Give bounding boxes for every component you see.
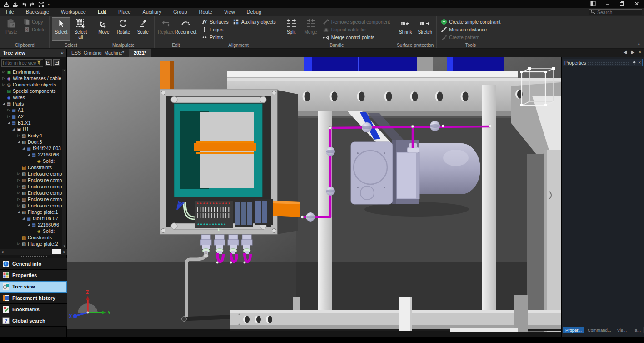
tree-expander-icon[interactable]: ▷ — [16, 242, 21, 246]
panel-button-general-info[interactable]: iGeneral info — [0, 258, 67, 270]
merge-button[interactable]: Merge — [302, 17, 320, 41]
tree-item-wires[interactable]: ◆Wires — [0, 94, 63, 101]
create-simple-constraint-button[interactable]: Create simple constraint — [439, 18, 502, 25]
tree-expander-icon[interactable]: ◢ — [26, 153, 31, 156]
reconnect-button[interactable]: Reconnect — [176, 17, 195, 41]
prev-tab-icon[interactable]: ◀ — [624, 50, 627, 55]
tree-expander-icon[interactable]: ◢ — [21, 146, 26, 150]
tree-expander-icon[interactable]: ▷ — [16, 191, 21, 195]
tree-item-enclosure-comp[interactable]: ▷▧Enclosure comp — [0, 183, 63, 190]
select-all-button[interactable]: Select all — [71, 17, 90, 41]
save-icon[interactable] — [4, 1, 10, 7]
tree-item-a1[interactable]: ▷▦A1 — [0, 107, 63, 113]
tree-expander-icon[interactable]: ◢ — [16, 210, 21, 214]
menu-tab-file[interactable]: File — [0, 8, 20, 16]
tree-horizontal-scrollbar[interactable]: ◀▶ — [0, 249, 67, 255]
edges-button[interactable]: Edges — [200, 26, 230, 33]
tree-expander-icon[interactable]: ◢ — [26, 223, 31, 227]
tree-expander-icon[interactable]: ▷ — [16, 185, 21, 188]
tree-expander-icon[interactable]: ▷ — [16, 197, 21, 201]
tree-item-enclosure-comp[interactable]: ▷▧Enclosure comp — [0, 171, 63, 177]
tree-item-constraints[interactable]: ▤Constraints — [0, 164, 63, 171]
menu-tab-backstage[interactable]: Backstage — [20, 8, 55, 16]
tree-filter-field[interactable] — [1, 59, 43, 67]
create-pattern-button[interactable]: Create pattern — [439, 34, 502, 41]
move-button[interactable]: Move — [95, 17, 113, 41]
redo-icon[interactable] — [30, 1, 35, 7]
panel-button-properties[interactable]: Properties — [0, 270, 67, 281]
minimize-button[interactable] — [600, 0, 615, 8]
search-input[interactable] — [597, 10, 638, 15]
dock-tab-proper[interactable]: Proper... — [563, 327, 584, 333]
tree-item-u1[interactable]: ◢▣U1 — [0, 126, 63, 132]
tree-expander-icon[interactable]: ▷ — [16, 204, 21, 207]
tree-expander-icon[interactable]: ▷ — [16, 134, 21, 137]
menu-tab-place[interactable]: Place — [112, 8, 137, 16]
tree-item-f3b1f10a-07[interactable]: ◢▦f3b1f10a-07 — [0, 215, 63, 222]
tree-expander-icon[interactable]: ▷ — [1, 70, 6, 74]
repeat-cable-tie-button[interactable]: Repeat cable tie — [321, 26, 392, 33]
tree-expander-icon[interactable]: ◢ — [11, 127, 16, 131]
paste-button[interactable]: Paste — [2, 17, 20, 41]
close-panel-icon[interactable]: × — [638, 60, 641, 65]
collapse-all-button[interactable]: − — [53, 59, 60, 66]
tree-expander-icon[interactable]: ▷ — [1, 76, 6, 80]
menu-tab-debug[interactable]: Debug — [241, 8, 267, 16]
undo-icon[interactable] — [21, 1, 27, 7]
menu-tab-route[interactable]: Route — [193, 8, 218, 16]
collapse-ribbon-icon[interactable]: ∧ — [637, 42, 640, 46]
tree-expander-icon[interactable]: ▷ — [1, 83, 6, 86]
maximize-button[interactable] — [615, 0, 629, 8]
document-tab-ess-grinding-machine[interactable]: ESS_Grinding_Machine* — [67, 49, 129, 57]
tree-expander-icon[interactable]: ◢ — [6, 121, 11, 125]
delete-button[interactable]: Delete — [22, 26, 47, 33]
tree-item-flange-plate-2[interactable]: ▷▧Flange plate:2 — [0, 241, 63, 247]
tree-item-enclosure-comp[interactable]: ▷▧Enclosure comp — [0, 177, 63, 183]
tree-item-a2[interactable]: ▷▦A2 — [0, 113, 63, 120]
tree-filter-input[interactable] — [3, 61, 36, 66]
tree-expander-icon[interactable]: ▷ — [6, 115, 11, 118]
scrollbar-thumb[interactable] — [52, 249, 61, 254]
expand-all-button[interactable]: + — [45, 59, 52, 66]
tree-item-22166096[interactable]: ◢▦22166096 — [0, 151, 63, 158]
properties-panel-header[interactable]: Properties × — [563, 59, 643, 66]
scale-button[interactable]: Scale — [134, 17, 152, 41]
points-button[interactable]: Points — [200, 34, 230, 41]
tree-item-constraints[interactable]: ▤Constraints — [0, 234, 63, 241]
auxiliary-objects-button[interactable]: Auxiliary objects — [231, 18, 277, 25]
tree-expander-icon[interactable]: ▷ — [16, 172, 21, 176]
tree-item-enclosure-comp[interactable]: ▷▧Enclosure comp — [0, 190, 63, 196]
dock-tab-command[interactable]: Command... — [585, 327, 614, 333]
tree-item-22166096[interactable]: ◢▦22166096 — [0, 222, 63, 228]
dropdown-caret-icon[interactable]: ▾ — [48, 2, 50, 6]
menu-tab-auxiliary[interactable]: Auxiliary — [136, 8, 167, 16]
select-button[interactable]: Select — [52, 17, 70, 41]
copy-button[interactable]: Copy — [22, 18, 47, 25]
tree-item-enclosure-comp[interactable]: ▷▧Enclosure comp — [0, 202, 63, 209]
panel-drag-handle[interactable] — [20, 256, 47, 257]
document-tab-2021[interactable]: 2021* — [129, 49, 151, 57]
tree-item-solid[interactable]: ◈Solid: — [0, 228, 63, 234]
menu-tab-group[interactable]: Group — [167, 8, 193, 16]
tree-vertical-scrollbar[interactable]: ▲▼ — [62, 69, 66, 248]
tree-expander-icon[interactable]: ◢ — [16, 140, 21, 144]
tree-item-f944f242-803[interactable]: ◢▦f944f242-803 — [0, 145, 63, 151]
search-box[interactable] — [589, 9, 642, 15]
menu-tab-edit[interactable]: Edit — [92, 8, 112, 16]
tree-expander-icon[interactable]: ◢ — [1, 102, 6, 106]
stretch-button[interactable]: Stretch — [416, 17, 434, 41]
tree-item-door-3[interactable]: ◢▧Door:3 — [0, 139, 63, 145]
fit-view-icon[interactable] — [38, 1, 44, 7]
shrink-button[interactable]: Shrink — [396, 17, 414, 41]
panel-collapse-icon[interactable]: « — [61, 50, 64, 55]
tree-item-special-components[interactable]: ▨Special components — [0, 88, 63, 94]
close-button[interactable] — [629, 0, 644, 8]
merge-control-points-button[interactable]: Merge control points — [321, 34, 392, 41]
tree-item-flange-plate-1[interactable]: ◢▧Flange plate:1 — [0, 209, 63, 215]
tree-expander-icon[interactable]: ◢ — [21, 217, 26, 220]
tree-item-body-1[interactable]: ▷▧Body:1 — [0, 132, 63, 139]
tree-expander-icon[interactable]: ▷ — [6, 108, 11, 112]
panel-button-tree-view[interactable]: Tree view — [0, 281, 67, 293]
menu-tab-workspace[interactable]: Workspace — [55, 8, 92, 16]
tree-item-b1-x1[interactable]: ◢▦B1.X1 — [0, 120, 63, 126]
